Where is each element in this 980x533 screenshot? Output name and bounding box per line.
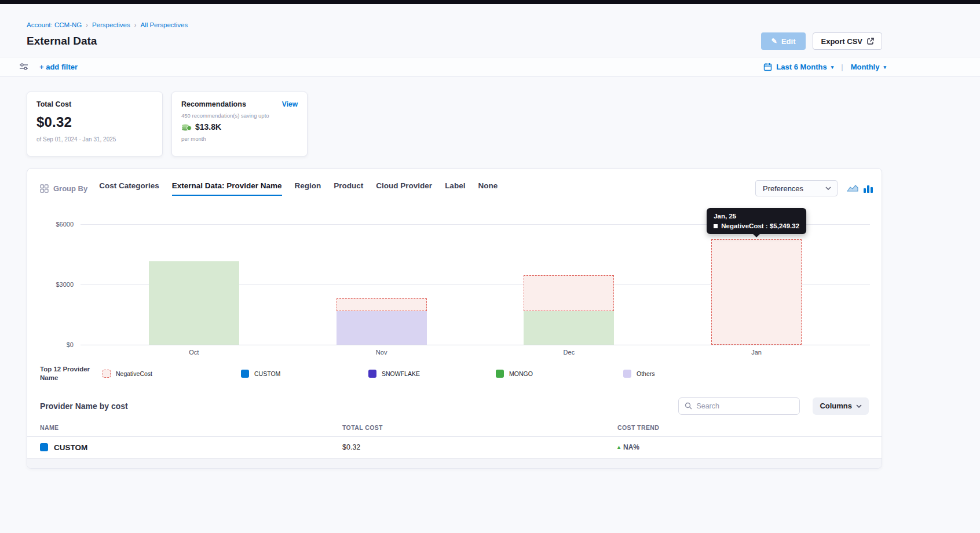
groupby-tab-product[interactable]: Product (334, 181, 363, 196)
y-axis: $6000$3000$0 (40, 224, 81, 345)
bar-chart-toggle[interactable] (863, 184, 873, 193)
groupby-tab-cost-categories[interactable]: Cost Categories (99, 181, 159, 196)
groupby-tab-none[interactable]: None (478, 181, 498, 196)
table-header: NAME TOTAL COST COST TREND (27, 424, 882, 437)
bar-segment-negativecost[interactable] (337, 298, 427, 311)
caret-down-icon: ▾ (831, 64, 834, 70)
column-header-total-cost[interactable]: TOTAL COST (342, 424, 617, 431)
filter-bar: + add filter Last 6 Months ▾ | Monthly ▾ (0, 57, 980, 76)
breadcrumb-all-perspectives[interactable]: All Perspectives (140, 21, 188, 28)
legend-label: SNOWFLAKE (382, 370, 420, 377)
table-head-row: Provider Name by cost Columns (27, 397, 882, 415)
legend-swatch (496, 370, 504, 378)
legend-swatch (623, 370, 631, 378)
filter-sliders-icon[interactable] (19, 63, 28, 71)
preferences-label: Preferences (763, 184, 803, 193)
date-range-label: Last 6 Months (776, 63, 827, 71)
legend-item-others[interactable]: Others (623, 370, 751, 378)
groupby-tab-cloud-provider[interactable]: Cloud Provider (376, 181, 432, 196)
y-tick-label: $3000 (56, 281, 74, 288)
breadcrumb-account[interactable]: Account: CCM-NG (27, 21, 82, 28)
recommendations-per-month: per month (181, 136, 298, 142)
chart-plot-outer: Jan, 25 NegativeCost : $5,249.32 (81, 224, 870, 345)
x-axis-row: OctNovDecJan (40, 345, 870, 356)
bar-segment-mongo[interactable] (524, 311, 614, 345)
x-axis: OctNovDecJan (81, 345, 870, 356)
table-row-custom[interactable]: CUSTOM$0.32▴NA% (27, 437, 882, 459)
bar-segment-negativecost[interactable] (524, 275, 614, 311)
add-filter-button[interactable]: + add filter (39, 63, 78, 71)
chevron-down-icon (825, 187, 831, 190)
bar-group-dec[interactable] (476, 224, 663, 345)
cost-chart: $6000$3000$0 Jan, 25 NegativeCost : $5,2… (40, 224, 870, 345)
calendar-icon (763, 63, 772, 71)
date-range-picker[interactable]: Last 6 Months ▾ (763, 63, 833, 71)
x-tick-label: Nov (288, 349, 476, 356)
preferences-dropdown[interactable]: Preferences (755, 180, 838, 196)
legend-item-negativecost[interactable]: NegativeCost (103, 370, 241, 378)
legend-item-snowflake[interactable]: SNOWFLAKE (368, 370, 496, 378)
groupby-tab-label[interactable]: Label (445, 181, 465, 196)
y-tick-label: $0 (67, 341, 74, 348)
bar-segment-others[interactable] (337, 311, 427, 345)
bar-segment-negativecost[interactable] (711, 239, 802, 345)
name-cell: CUSTOM (27, 443, 342, 452)
search-input[interactable] (696, 402, 793, 410)
x-tick-label: Oct (100, 349, 288, 356)
top-accent-bar (0, 0, 980, 4)
legend-item-custom[interactable]: CUSTOM (241, 370, 368, 378)
export-csv-button[interactable]: Export CSV (813, 32, 882, 50)
breadcrumb: Account: CCM-NG › Perspectives › All Per… (27, 21, 882, 28)
groupby-tab-external-data-provider-name[interactable]: External Data: Provider Name (172, 181, 282, 196)
recommendations-card-head: Recommendations View (181, 100, 298, 108)
savings-row: $13.8K (181, 122, 298, 132)
export-csv-label: Export CSV (821, 37, 862, 46)
area-chart-toggle[interactable] (847, 184, 858, 193)
x-tick-label: Jan (663, 349, 850, 356)
breadcrumb-perspectives[interactable]: Perspectives (92, 21, 130, 28)
legend-swatch (103, 370, 111, 378)
tooltip-entry: NegativeCost : $5,249.32 (721, 222, 799, 229)
tooltip-entry-row: NegativeCost : $5,249.32 (714, 222, 799, 229)
recommendations-card: Recommendations View 450 recommendation(… (171, 92, 308, 156)
x-tick-label: Dec (476, 349, 663, 356)
column-header-name[interactable]: NAME (27, 424, 342, 431)
trend-value: NA% (623, 443, 639, 451)
bar-group-jan[interactable] (663, 224, 850, 345)
group-by-icon (40, 184, 49, 193)
summary-cards: Total Cost $0.32 of Sep 01, 2024 - Jan 3… (27, 92, 882, 156)
provider-color-swatch (40, 443, 48, 451)
date-granularity-divider: | (841, 63, 843, 71)
external-link-icon (867, 38, 874, 45)
tooltip-swatch (714, 224, 718, 228)
granularity-label: Monthly (851, 63, 880, 71)
bar-group-nov[interactable] (288, 224, 476, 345)
header-actions: ✎ Edit Export CSV (761, 32, 882, 50)
bar-segment-mongo[interactable] (149, 261, 239, 345)
legend-items: NegativeCostCUSTOMSNOWFLAKEMONGOOthers (103, 370, 869, 378)
columns-button[interactable]: Columns (813, 397, 869, 415)
table-title: Provider Name by cost (40, 401, 678, 411)
provider-name: CUSTOM (54, 443, 87, 452)
chart-legend: Top 12 Provider Name NegativeCostCUSTOMS… (27, 365, 882, 382)
total-cost-cell: $0.32 (342, 443, 617, 451)
bar-group-oct[interactable] (100, 224, 288, 345)
pencil-icon: ✎ (771, 38, 777, 45)
legend-label: MONGO (509, 370, 533, 377)
search-box[interactable] (678, 397, 800, 415)
chevron-down-icon (856, 404, 862, 408)
caret-down-icon: ▾ (883, 64, 886, 70)
column-header-cost-trend[interactable]: COST TREND (617, 424, 882, 431)
edit-button[interactable]: ✎ Edit (761, 32, 806, 50)
granularity-picker[interactable]: Monthly ▾ (851, 63, 886, 71)
edit-button-label: Edit (781, 37, 796, 46)
recommendations-view-link[interactable]: View (282, 100, 298, 108)
y-tick-label: $6000 (56, 221, 74, 228)
groupby-tab-region[interactable]: Region (295, 181, 321, 196)
legend-item-mongo[interactable]: MONGO (496, 370, 623, 378)
main-content: Total Cost $0.32 of Sep 01, 2024 - Jan 3… (0, 76, 980, 469)
breadcrumb-separator: › (134, 21, 137, 28)
breadcrumb-separator: › (86, 21, 88, 28)
total-cost-label: Total Cost (36, 100, 153, 108)
partial-next-row (27, 459, 882, 468)
